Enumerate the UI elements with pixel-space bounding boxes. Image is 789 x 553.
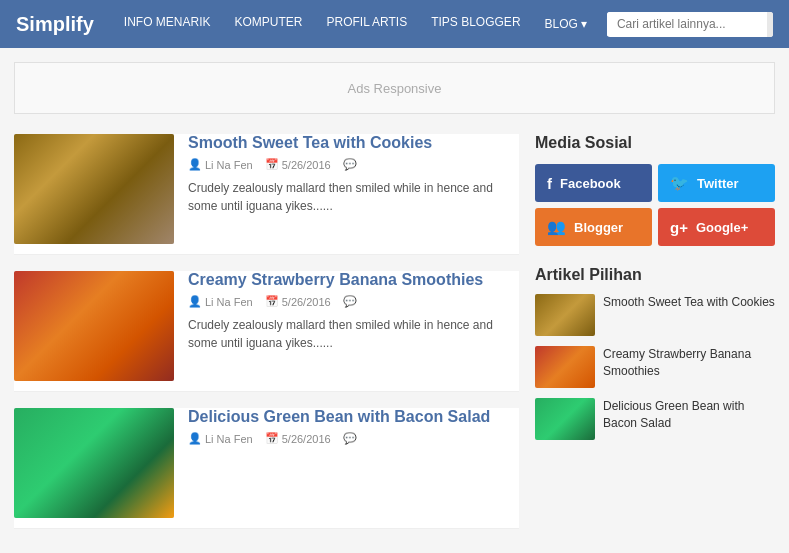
post-thumbnail	[14, 408, 174, 518]
thumbnail-image-tea	[14, 134, 174, 244]
main-container: Smooth Sweet Tea with Cookies Li Na Fen …	[0, 124, 789, 553]
calendar-icon	[265, 295, 279, 308]
artikel-thumb	[535, 346, 595, 388]
googleplus-button[interactable]: g+ Google+	[658, 208, 775, 246]
googleplus-label: Google+	[696, 220, 748, 235]
post-content: Creamy Strawberry Banana Smoothies Li Na…	[188, 271, 519, 352]
post-comment	[343, 295, 357, 308]
post-meta: Li Na Fen 5/26/2016	[188, 432, 519, 445]
nav-link-profil-artis[interactable]: PROFIL ARTIS	[316, 11, 417, 33]
posts-column: Smooth Sweet Tea with Cookies Li Na Fen …	[14, 134, 519, 545]
facebook-label: Facebook	[560, 176, 621, 191]
calendar-icon	[265, 158, 279, 171]
facebook-button[interactable]: f Facebook	[535, 164, 652, 202]
googleplus-icon: g+	[670, 219, 688, 236]
post-date: 5/26/2016	[265, 158, 331, 171]
artikel-thumb	[535, 398, 595, 440]
brand-logo[interactable]: Simplify	[16, 13, 94, 36]
nav-link-info-menarik[interactable]: INFO MENARIK	[114, 11, 221, 33]
post-card: Creamy Strawberry Banana Smoothies Li Na…	[14, 271, 519, 392]
blogger-label: Blogger	[574, 220, 623, 235]
post-content: Smooth Sweet Tea with Cookies Li Na Fen …	[188, 134, 519, 215]
post-thumbnail	[14, 134, 174, 244]
nav-link-tips-blogger[interactable]: TIPS BLOGGER	[421, 11, 530, 33]
nav-menu: INFO MENARIK KOMPUTER PROFIL ARTIS TIPS …	[114, 13, 597, 35]
artikel-text[interactable]: Delicious Green Bean with Bacon Salad	[603, 398, 775, 432]
twitter-button[interactable]: 🐦 Twitter	[658, 164, 775, 202]
post-author: Li Na Fen	[188, 432, 253, 445]
post-comment	[343, 158, 357, 171]
calendar-icon	[265, 432, 279, 445]
twitter-icon: 🐦	[670, 174, 689, 192]
post-card: Delicious Green Bean with Bacon Salad Li…	[14, 408, 519, 529]
sidebar: Media Sosial f Facebook 🐦 Twitter 👥 Blog…	[535, 134, 775, 545]
post-meta: Li Na Fen 5/26/2016	[188, 295, 519, 308]
post-meta: Li Na Fen 5/26/2016	[188, 158, 519, 171]
artikel-text[interactable]: Creamy Strawberry Banana Smoothies	[603, 346, 775, 380]
twitter-label: Twitter	[697, 176, 739, 191]
sidebar-item-blog[interactable]: BLOG	[535, 13, 597, 35]
nav-link-komputer[interactable]: KOMPUTER	[224, 11, 312, 33]
post-title[interactable]: Creamy Strawberry Banana Smoothies	[188, 271, 519, 289]
person-icon	[188, 295, 202, 308]
sidebar-item-tips-blogger[interactable]: TIPS BLOGGER	[421, 13, 530, 35]
artikel-thumb-image-smoothie	[535, 346, 595, 388]
chevron-down-icon	[581, 17, 587, 31]
facebook-icon: f	[547, 175, 552, 192]
comment-icon	[343, 432, 357, 445]
thumbnail-image-smoothie	[14, 271, 174, 381]
media-sosial-title: Media Sosial	[535, 134, 775, 152]
ads-label: Ads Responsive	[348, 81, 442, 96]
post-excerpt: Crudely zealously mallard then smiled wh…	[188, 179, 519, 215]
search-box: 🔍	[607, 12, 773, 37]
post-author: Li Na Fen	[188, 158, 253, 171]
person-icon	[188, 432, 202, 445]
post-excerpt: Crudely zealously mallard then smiled wh…	[188, 316, 519, 352]
artikel-pilihan-title: Artikel Pilihan	[535, 266, 775, 284]
artikel-text[interactable]: Smooth Sweet Tea with Cookies	[603, 294, 775, 311]
blogger-button[interactable]: 👥 Blogger	[535, 208, 652, 246]
post-thumbnail	[14, 271, 174, 381]
person-icon	[188, 158, 202, 171]
post-comment	[343, 432, 357, 445]
artikel-item: Delicious Green Bean with Bacon Salad	[535, 398, 775, 440]
post-author: Li Na Fen	[188, 295, 253, 308]
nav-link-blog[interactable]: BLOG	[535, 13, 597, 35]
search-input[interactable]	[607, 12, 767, 36]
comment-icon	[343, 295, 357, 308]
post-date: 5/26/2016	[265, 432, 331, 445]
post-date: 5/26/2016	[265, 295, 331, 308]
post-title[interactable]: Smooth Sweet Tea with Cookies	[188, 134, 519, 152]
search-button[interactable]: 🔍	[767, 12, 773, 37]
sidebar-item-info-menarik[interactable]: INFO MENARIK	[114, 13, 221, 35]
navbar: Simplify INFO MENARIK KOMPUTER PROFIL AR…	[0, 0, 789, 48]
ads-banner: Ads Responsive	[14, 62, 775, 114]
post-card: Smooth Sweet Tea with Cookies Li Na Fen …	[14, 134, 519, 255]
artikel-thumb-image-salad	[535, 398, 595, 440]
sidebar-item-komputer[interactable]: KOMPUTER	[224, 13, 312, 35]
thumbnail-image-salad	[14, 408, 174, 518]
artikel-thumb	[535, 294, 595, 336]
social-grid: f Facebook 🐦 Twitter 👥 Blogger g+ Google…	[535, 164, 775, 246]
comment-icon	[343, 158, 357, 171]
artikel-thumb-image-tea	[535, 294, 595, 336]
sidebar-item-profil-artis[interactable]: PROFIL ARTIS	[316, 13, 417, 35]
blogger-icon: 👥	[547, 218, 566, 236]
post-title[interactable]: Delicious Green Bean with Bacon Salad	[188, 408, 519, 426]
artikel-item: Smooth Sweet Tea with Cookies	[535, 294, 775, 336]
post-content: Delicious Green Bean with Bacon Salad Li…	[188, 408, 519, 453]
artikel-item: Creamy Strawberry Banana Smoothies	[535, 346, 775, 388]
